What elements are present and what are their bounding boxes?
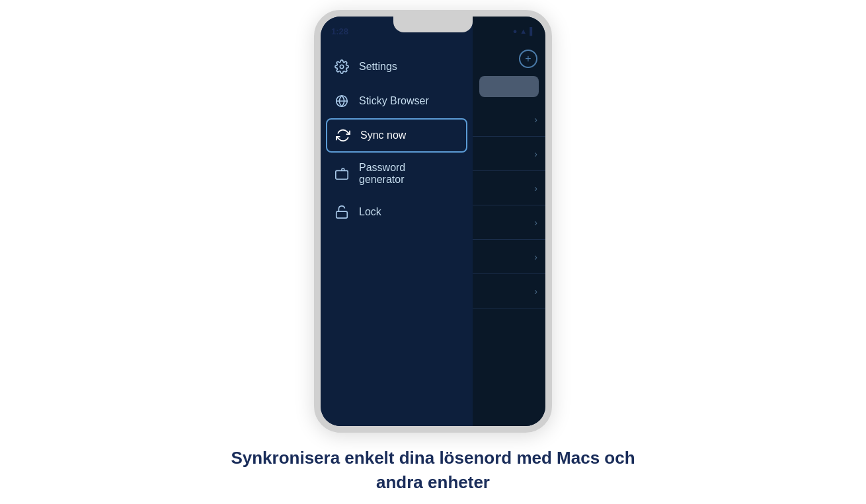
list-item[interactable]: › — [473, 205, 545, 240]
svg-point-0 — [340, 65, 344, 69]
svg-rect-2 — [336, 171, 348, 180]
page-container: 1:28 ● ▲ ▌ — [0, 0, 866, 504]
status-icons: ● ▲ ▌ — [513, 27, 535, 35]
www-icon — [334, 93, 350, 109]
menu-panel: Settings Sticky Browser — [321, 17, 473, 426]
settings-label: Settings — [359, 61, 397, 73]
chevron-right-icon: › — [534, 114, 537, 125]
phone-screen: 1:28 ● ▲ ▌ — [321, 17, 545, 426]
svg-rect-3 — [336, 211, 348, 218]
menu-item-lock[interactable]: Lock — [321, 195, 473, 229]
gear-icon — [334, 59, 350, 75]
bottom-line2: andra enheter — [376, 472, 490, 492]
battery-icon: ● — [513, 27, 518, 35]
sticky-browser-label: Sticky Browser — [359, 95, 429, 107]
menu-item-password-generator[interactable]: Password generator — [321, 153, 473, 195]
chevron-right-icon: › — [534, 149, 537, 159]
password-icon — [334, 166, 350, 182]
sync-icon — [335, 127, 351, 143]
chevron-right-icon: › — [534, 252, 537, 262]
list-item[interactable]: › — [473, 171, 545, 205]
right-panel-header: + — [473, 50, 545, 73]
chevron-right-icon: › — [534, 286, 537, 297]
phone-notch — [393, 17, 473, 32]
lock-icon — [334, 204, 350, 220]
sync-now-label: Sync now — [360, 129, 406, 141]
chevron-right-icon: › — [534, 183, 537, 194]
phone-mockup: 1:28 ● ▲ ▌ — [314, 10, 552, 433]
search-bar — [479, 76, 539, 97]
lock-label: Lock — [359, 206, 381, 218]
list-item[interactable]: › — [473, 274, 545, 308]
menu-item-sync-now[interactable]: Sync now — [326, 118, 467, 153]
status-time: 1:28 — [331, 26, 348, 36]
menu-item-settings[interactable]: Settings — [321, 50, 473, 84]
bottom-text-section: Synkronisera enkelt dina lösenord med Ma… — [204, 433, 661, 494]
password-generator-label: Password generator — [359, 162, 405, 186]
menu-item-sticky-browser[interactable]: Sticky Browser — [321, 84, 473, 118]
wifi-icon: ▲ — [520, 27, 527, 35]
plus-icon: + — [525, 53, 531, 65]
list-item[interactable]: › — [473, 102, 545, 137]
right-panel-rows: › › › › › › — [473, 102, 545, 308]
add-button[interactable]: + — [519, 50, 537, 68]
right-panel: + › › › › — [473, 17, 545, 426]
signal-icon: ▌ — [530, 27, 535, 35]
bottom-title: Synkronisera enkelt dina lösenord med Ma… — [231, 446, 635, 494]
list-item[interactable]: › — [473, 137, 545, 171]
chevron-right-icon: › — [534, 217, 537, 228]
bottom-line1: Synkronisera enkelt dina lösenord med Ma… — [231, 448, 635, 468]
list-item[interactable]: › — [473, 240, 545, 274]
